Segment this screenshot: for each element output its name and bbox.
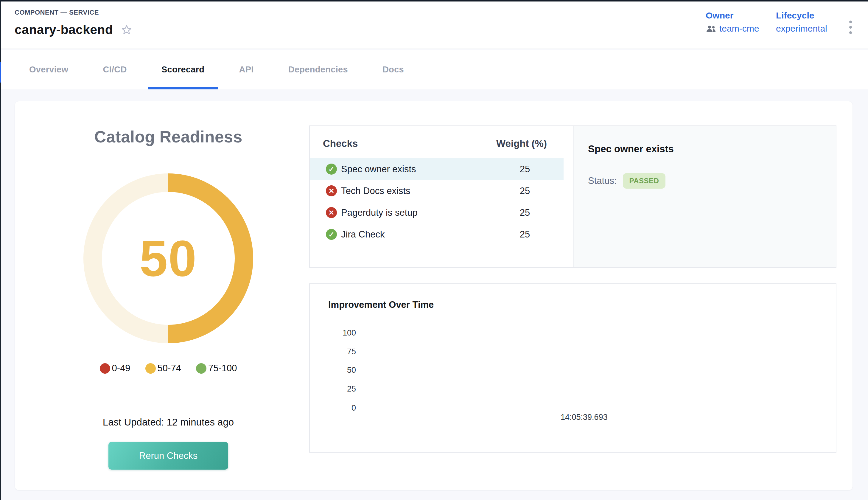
check-label: Tech Docs exists [341, 186, 486, 196]
chart-title: Improvement Over Time [328, 299, 434, 310]
favorite-star-icon[interactable] [120, 24, 132, 36]
legend-item-yellow: 50-74 [146, 363, 181, 374]
legend-label: 75-100 [208, 363, 237, 374]
check-label: Pagerduty is setup [341, 207, 486, 218]
y-tick-0: 0 [323, 404, 356, 413]
check-pass-icon: ✓ [326, 163, 337, 174]
tab-docs[interactable]: Docs [369, 50, 418, 89]
check-detail-pane: Spec owner exists Status: PASSED [574, 126, 836, 267]
improvement-chart-panel: Improvement Over Time 100 75 50 25 0 14:… [309, 283, 836, 453]
y-tick-75: 75 [323, 347, 356, 356]
x-tick-timestamp: 14:05:39.693 [560, 413, 607, 422]
tab-cicd[interactable]: CI/CD [89, 50, 140, 89]
entity-header: COMPONENT — SERVICE canary-backend Owner… [1, 1, 868, 49]
check-row-jira[interactable]: ✓ Jira Check 25 [310, 224, 564, 245]
weight-column-header: Weight (%) [483, 138, 560, 149]
window-top-edge [0, 0, 868, 1]
check-weight: 25 [486, 186, 564, 196]
score-value: 50 [139, 229, 197, 287]
lifecycle-meta: Lifecycle experimental [776, 10, 827, 34]
check-row-tech-docs[interactable]: ✕ Tech Docs exists 25 [310, 180, 564, 202]
scorecard-card: Catalog Readiness 50 0-49 50-74 75-100 L… [15, 101, 853, 490]
checks-panel: Checks Weight (%) ✓ Spec owner exists 25… [309, 125, 836, 268]
checks-column-header: Checks [323, 138, 358, 149]
owner-value: team-cme [719, 24, 759, 34]
check-fail-icon: ✕ [326, 207, 337, 218]
legend-item-green: 75-100 [196, 363, 237, 374]
yellow-dot-icon [146, 363, 156, 374]
page-title: canary-backend [15, 22, 113, 37]
check-weight: 25 [486, 229, 564, 240]
y-tick-25: 25 [323, 384, 356, 394]
lifecycle-value: experimental [776, 24, 827, 34]
legend-label: 0-49 [112, 363, 130, 374]
tab-scorecard[interactable]: Scorecard [148, 50, 218, 89]
owner-meta: Owner team-cme [706, 10, 759, 34]
y-tick-50: 50 [323, 366, 356, 375]
rerun-checks-button[interactable]: Rerun Checks [108, 442, 228, 469]
tab-overview[interactable]: Overview [15, 50, 82, 89]
more-options-icon[interactable] [847, 19, 854, 36]
y-tick-100: 100 [323, 328, 356, 338]
scorecard-title: Catalog Readiness [34, 127, 302, 146]
detail-title: Spec owner exists [588, 143, 836, 155]
tab-api[interactable]: API [225, 50, 267, 89]
owner-label: Owner [706, 10, 759, 21]
checks-list: Checks Weight (%) ✓ Spec owner exists 25… [310, 126, 574, 267]
check-weight: 25 [486, 164, 564, 174]
score-legend: 0-49 50-74 75-100 [34, 363, 302, 374]
red-dot-icon [100, 363, 110, 374]
lifecycle-label: Lifecycle [776, 10, 827, 21]
check-label: Spec owner exists [341, 164, 486, 174]
check-row-spec-owner[interactable]: ✓ Spec owner exists 25 [310, 158, 564, 180]
check-label: Jira Check [341, 229, 486, 240]
left-accent-bar [0, 62, 1, 82]
owner-link[interactable]: team-cme [706, 24, 759, 34]
check-fail-icon: ✕ [326, 185, 337, 196]
status-badge: PASSED [623, 173, 666, 189]
check-weight: 25 [486, 207, 564, 218]
legend-label: 50-74 [158, 363, 181, 374]
entity-tabs: Overview CI/CD Scorecard API Dependencie… [1, 50, 868, 89]
check-row-pagerduty[interactable]: ✕ Pagerduty is setup 25 [310, 202, 564, 224]
check-pass-icon: ✓ [326, 229, 337, 240]
score-gauge: 50 [83, 173, 253, 343]
last-updated-text: Last Updated: 12 minutes ago [34, 417, 302, 428]
tab-dependencies[interactable]: Dependencies [275, 50, 362, 89]
status-label: Status: [588, 175, 617, 186]
legend-item-red: 0-49 [100, 363, 130, 374]
people-icon [706, 25, 716, 33]
green-dot-icon [196, 363, 206, 374]
